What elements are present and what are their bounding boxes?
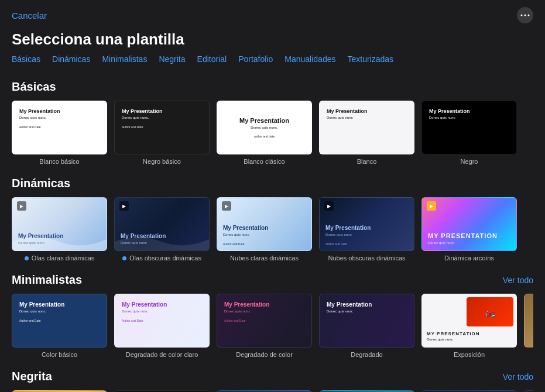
thumb-partial — [524, 294, 533, 348]
cancel-button[interactable]: Cancelar — [12, 11, 47, 20]
template-degradado-claro[interactable]: My Presentation Donec quis nunc Author a… — [114, 294, 210, 358]
template-olas-claras[interactable]: ▶ My Presentation Donec quis nunc Olas c… — [12, 197, 107, 262]
thumb-nubes-oscuras: ▶ My Presentation Donec quis nunc Author… — [319, 197, 414, 251]
play-icon: ▶ — [119, 201, 129, 211]
section-dinamicas: Dinámicas ▶ My Presentation Donec quis n… — [12, 177, 533, 262]
thumb-content: MY PRESENTATION Donec quis nunc — [422, 226, 516, 250]
template-nubes-oscuras[interactable]: ▶ My Presentation Donec quis nunc Author… — [319, 197, 414, 262]
top-bar: Cancelar — [0, 0, 545, 30]
template-negro[interactable]: My Presentation Donec quis nunc Negro — [421, 101, 517, 165]
thumb-content: MY PRESENTATION Donec quis nunc — [427, 331, 480, 342]
page-title: Selecciona una plantilla — [0, 30, 545, 54]
more-button[interactable] — [517, 7, 533, 23]
thumb-content: My Presentation Donec quis nunc Author a… — [217, 219, 311, 250]
content-area: Básicas My Presentation Donec quis nunc.… — [0, 71, 545, 392]
tab-editorial[interactable]: Editorial — [197, 54, 227, 64]
template-color-basico[interactable]: My Presentation Donec quis nunc Author a… — [12, 294, 107, 358]
thumb-olas-oscuras: ▶ My Presentation Donec quis nunc — [114, 197, 210, 251]
section-title-dinamicas: Dinámicas — [12, 177, 70, 190]
thumb-content: My Presentation Donec quis nunc. author … — [239, 117, 289, 139]
thumb-content: My Presentation Donec quis nunc. Author … — [19, 108, 60, 129]
tab-dinamicas[interactable]: Dinámicas — [52, 54, 90, 64]
template-label-olas-claras: Olas claras dinámicas — [25, 255, 95, 262]
thumb-blanco-clasico: My Presentation Donec quis nunc. author … — [217, 101, 312, 154]
section-basicas: Básicas My Presentation Donec quis nunc.… — [12, 80, 533, 165]
tab-minimalistas[interactable]: Minimalistas — [102, 54, 147, 64]
tab-portafolio[interactable]: Portafolio — [238, 54, 273, 64]
template-label-nubes-claras: Nubes claras dinámicas — [230, 255, 299, 262]
template-label-color-basico: Color básico — [42, 351, 77, 358]
thumb-content: My Presentation Donec quis nunc — [327, 108, 368, 121]
template-label-negro-basico: Negro básico — [143, 158, 181, 165]
thumb-degradado: My Presentation Donec quis nunc — [319, 294, 414, 348]
tab-texturizadas[interactable]: Texturizadas — [347, 54, 393, 64]
thumb-blanco-basico: My Presentation Donec quis nunc. Author … — [12, 101, 107, 154]
section-header-minimalistas: Minimalistas Ver todo — [12, 273, 533, 287]
template-nubes-claras[interactable]: ▶ My Presentation Donec quis nunc Author… — [217, 197, 312, 262]
thumb-content: My Presentation Donec quis nunc — [429, 108, 470, 121]
template-arcoiris[interactable]: ▶ MY PRESENTATION Donec quis nunc Dinámi… — [421, 197, 517, 262]
thumb-blanco: My Presentation Donec quis nunc — [319, 101, 414, 154]
template-blanco-basico[interactable]: My Presentation Donec quis nunc. Author … — [12, 101, 107, 165]
template-label-nubes-oscuras: Nubes obscuras dinámicas — [328, 255, 405, 262]
section-negrita: Negrita Ver todo MY PRESENTATION MY PRES… — [12, 370, 533, 392]
template-label-blanco-basico: Blanco básico — [39, 158, 80, 165]
template-label-degradado-color: Degradado de color — [236, 351, 293, 358]
dot-icon — [122, 256, 126, 260]
tab-negrita[interactable]: Negrita — [159, 54, 185, 64]
template-label-exposicion: Exposición — [454, 351, 485, 358]
svg-point-1 — [525, 15, 526, 16]
dot-icon — [25, 256, 29, 260]
thumb-content: My Presentation Donec quis nunc — [327, 301, 372, 314]
thumb-content: My Presentation Donec quis nunc Author a… — [19, 301, 64, 322]
play-icon: ▶ — [324, 201, 334, 211]
play-icon: ▶ — [427, 201, 436, 211]
templates-row-basicas: My Presentation Donec quis nunc. Author … — [12, 101, 533, 165]
thumb-negro-basico: My Presentation Donec quis nunc. Author … — [114, 101, 210, 154]
template-label-negro: Negro — [461, 158, 478, 165]
thumb-nubes-claras: ▶ My Presentation Donec quis nunc Author… — [217, 197, 312, 251]
play-icon: ▶ — [17, 201, 26, 211]
section-header-negrita: Negrita Ver todo — [12, 370, 533, 383]
template-label-degradado-claro: Degradado de color claro — [126, 351, 198, 358]
see-all-minimalistas[interactable]: Ver todo — [503, 276, 533, 285]
tab-bar: Básicas Dinámicas Minimalistas Negrita E… — [0, 54, 545, 71]
template-exposicion[interactable]: 🏍️ MY PRESENTATION Donec quis nunc Expos… — [421, 294, 517, 358]
template-label-degradado: Degradado — [351, 351, 382, 358]
template-label-blanco: Blanco — [357, 158, 377, 165]
template-blanco-clasico[interactable]: My Presentation Donec quis nunc. author … — [217, 101, 312, 165]
thumb-negro: My Presentation Donec quis nunc — [421, 101, 517, 154]
thumb-degradado-claro: My Presentation Donec quis nunc Author a… — [114, 294, 210, 348]
template-label-olas-oscuras: Olas obscuras dinámicas — [122, 255, 201, 262]
section-header-basicas: Básicas — [12, 80, 533, 94]
thumb-content: My Presentation Donec quis nunc Author a… — [122, 301, 167, 322]
tab-basicas[interactable]: Básicas — [12, 54, 40, 64]
thumb-content: My Presentation Donec quis nunc Author a… — [224, 301, 269, 322]
thumb-content: My Presentation Donec quis nunc Author a… — [320, 219, 414, 250]
svg-point-0 — [521, 15, 523, 16]
section-title-minimalistas: Minimalistas — [12, 273, 82, 287]
template-label-arcoiris: Dinámica arcoíris — [444, 255, 494, 262]
see-all-negrita[interactable]: Ver todo — [503, 372, 533, 381]
thumb-color-basico: My Presentation Donec quis nunc Author a… — [12, 294, 107, 348]
template-blanco[interactable]: My Presentation Donec quis nunc Blanco — [319, 101, 414, 165]
section-title-negrita: Negrita — [12, 370, 52, 383]
thumb-degradado-color: My Presentation Donec quis nunc Author a… — [217, 294, 312, 348]
template-label-blanco-clasico: Blanco clásico — [244, 158, 285, 165]
thumb-content: My Presentation Donec quis nunc. Author … — [122, 108, 163, 129]
template-degradado[interactable]: My Presentation Donec quis nunc Degradad… — [319, 294, 414, 358]
template-negro-basico[interactable]: My Presentation Donec quis nunc. Author … — [114, 101, 210, 165]
tab-manualidades[interactable]: Manualidades — [285, 54, 335, 64]
template-olas-oscuras[interactable]: ▶ My Presentation Donec quis nunc Olas o… — [114, 197, 210, 262]
thumb-exposicion: 🏍️ MY PRESENTATION Donec quis nunc — [421, 294, 517, 348]
template-partial-mini[interactable] — [524, 294, 533, 358]
thumb-arcoiris: ▶ MY PRESENTATION Donec quis nunc — [421, 197, 517, 251]
motorbike-image: 🏍️ — [467, 297, 513, 326]
section-title-basicas: Básicas — [12, 80, 56, 94]
template-degradado-color[interactable]: My Presentation Donec quis nunc Author a… — [217, 294, 312, 358]
play-icon: ▶ — [222, 201, 231, 211]
section-header-dinamicas: Dinámicas — [12, 177, 533, 190]
templates-row-dinamicas: ▶ My Presentation Donec quis nunc Olas c… — [12, 197, 533, 262]
thumb-olas-claras: ▶ My Presentation Donec quis nunc — [12, 197, 107, 251]
section-minimalistas: Minimalistas Ver todo My Presentation Do… — [12, 273, 533, 358]
